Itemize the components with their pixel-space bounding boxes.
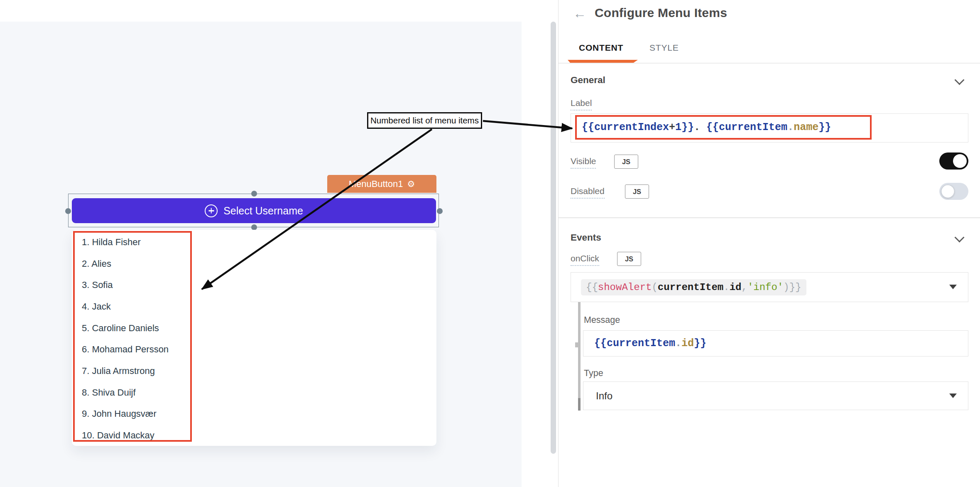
annotation-highlight-label: {{currentIndex+1}}. {{currentItem.name}} [575,115,872,140]
nested-field-guide [578,302,581,411]
tab-style[interactable]: STYLE [649,43,679,53]
tabs-divider [559,63,980,64]
label-field-label: Label [571,98,592,111]
plus-circle-icon [205,204,218,217]
menu-button[interactable]: Select Username [72,198,436,223]
message-label: Message [584,315,620,325]
label-code-value: {{currentIndex+1}}. {{currentItem.name}} [582,121,831,133]
dropdown-caret-icon[interactable] [949,394,957,398]
resize-handle-right[interactable] [437,208,443,214]
menu-item[interactable]: 7. Julia Armstrong [73,360,192,382]
menu-item[interactable]: 3. Sofia [73,274,192,296]
menu-item[interactable]: 5. Caroline Daniels [73,317,192,339]
pane-title: Configure Menu Items [595,6,727,20]
disabled-js-toggle[interactable]: JS [625,184,649,199]
menu-item[interactable]: 6. Mohamad Persson [73,339,192,360]
onclick-js-toggle[interactable]: JS [617,252,641,266]
nested-field-guide-notch [575,342,578,347]
back-arrow-icon[interactable]: ← [573,7,586,20]
visible-js-toggle[interactable]: JS [614,155,638,169]
visible-label: Visible [571,156,596,169]
widget-name-badge[interactable]: MenuButton1 ⚙ [327,175,436,193]
menu-button-label: Select Username [223,205,303,217]
disabled-label: Disabled [571,186,605,199]
menu-item[interactable]: 1. Hilda Fisher [73,231,192,253]
message-code-value: {{currentItem.id}} [594,337,706,349]
canvas-scrollbar[interactable] [551,22,556,454]
type-select[interactable]: Info [583,381,968,410]
annotation-text: Numbered list of menu items [370,116,479,125]
resize-handle-bottom[interactable] [251,224,257,230]
visible-switch[interactable] [939,152,968,170]
widget-name-label: MenuButton1 [349,179,403,189]
disabled-switch[interactable] [939,183,968,200]
menu-item[interactable]: 10. David Mackay [73,425,192,446]
gear-icon[interactable]: ⚙ [407,180,415,188]
menu-item[interactable]: 8. Shiva Duijf [73,382,192,403]
type-selected-value: Info [596,390,612,402]
switch-knob [953,154,967,168]
nested-field-guide-thumb[interactable] [578,398,581,411]
message-input[interactable]: {{currentItem.id}} [583,330,968,357]
section-divider [559,217,980,218]
type-label: Type [584,368,603,379]
dropdown-caret-icon[interactable] [949,285,957,289]
resize-handle-top[interactable] [251,191,257,197]
onclick-code-value: {{showAlert(currentItem.id,'info')}} [581,279,806,295]
tab-content[interactable]: CONTENT [579,43,623,53]
onclick-action-select[interactable]: {{showAlert(currentItem.id,'info')}} [571,272,968,302]
section-events-title: Events [571,232,601,243]
resize-handle-left[interactable] [65,208,71,214]
menu-item-list: 1. Hilda Fisher2. Alies3. Sofia4. Jack5.… [73,231,192,446]
menu-item[interactable]: 9. John Haugsvær [73,403,192,425]
property-pane [558,0,980,487]
switch-knob [941,184,955,198]
menu-item[interactable]: 4. Jack [73,296,192,317]
annotation-callout: Numbered list of menu items [367,112,482,129]
onclick-label: onClick [571,253,599,266]
menu-item[interactable]: 2. Alies [73,253,192,275]
section-general-title: General [571,75,605,86]
